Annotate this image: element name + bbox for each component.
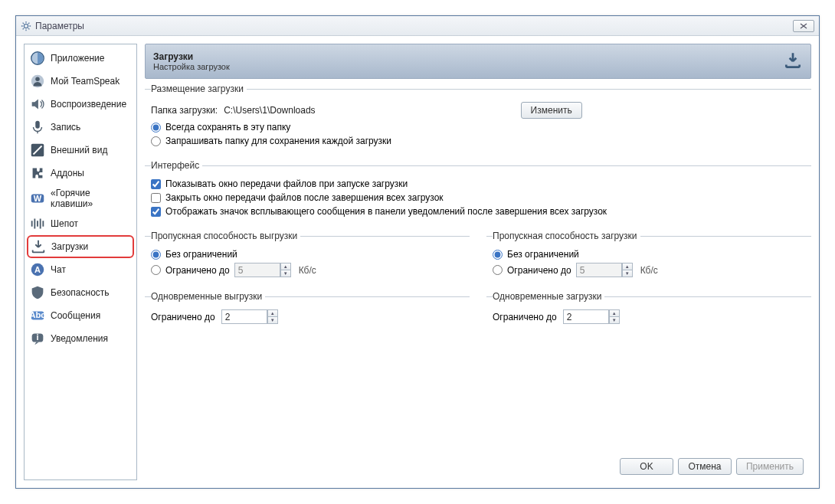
sidebar-item-label: «Горячие клавиши»: [51, 188, 132, 209]
download-location-group: Размещение загрузки Папка загрузки: C:\U…: [145, 83, 811, 157]
checkbox-close-transfer[interactable]: Закрыть окно передачи файлов после завер…: [151, 192, 805, 203]
radio-input[interactable]: [151, 250, 161, 260]
main-panel: Загрузки Настройка загрузок Размещение з…: [145, 44, 811, 480]
sidebar-item-label: Шепот: [51, 218, 78, 229]
spinner-buttons[interactable]: ▲▼: [280, 263, 291, 277]
apply-button[interactable]: Применить: [736, 458, 804, 475]
checkbox-label: Закрыть окно передачи файлов после завер…: [165, 192, 444, 203]
sidebar-item-label: Безопасность: [51, 287, 110, 298]
sidebar-item-notifications[interactable]: i Уведомления: [27, 327, 134, 350]
sidebar-item-addons[interactable]: Аддоны: [27, 162, 134, 185]
svg-point-3: [35, 77, 40, 82]
dialog-footer: OK Отмена Применить: [145, 453, 811, 480]
radio-input[interactable]: [151, 265, 161, 275]
group-legend: Интерфейс: [151, 160, 202, 171]
spinner-buttons[interactable]: ▲▼: [267, 309, 278, 324]
mic-icon: [29, 119, 46, 136]
checkbox-label: Отображать значок всплывающего сообщения…: [165, 206, 607, 217]
unit-label: Кб/с: [299, 265, 316, 276]
close-button[interactable]: [793, 20, 814, 32]
radio-always-save[interactable]: Всегда сохранять в эту папку: [151, 122, 805, 133]
panel-subtitle: Настройка загрузок: [153, 62, 783, 71]
sidebar-item-capture[interactable]: Запись: [27, 116, 134, 139]
panel-content: Размещение загрузки Папка загрузки: C:\U…: [145, 79, 811, 453]
simultaneous-uploads-group: Одновременные выгрузки Ограничено до 2 ▲…: [145, 291, 470, 335]
window-title: Параметры: [35, 21, 793, 31]
radio-input[interactable]: [493, 265, 503, 275]
sidebar-item-hotkeys[interactable]: W «Горячие клавиши»: [27, 185, 134, 212]
svg-point-0: [24, 24, 28, 28]
radio-download-limited[interactable]: Ограничено до 5 ▲▼ Кб/с: [493, 263, 805, 277]
checkbox-tray-notify[interactable]: Отображать значок всплывающего сообщения…: [151, 206, 805, 217]
checkbox-show-transfer[interactable]: Показывать окно передачи файлов при запу…: [151, 178, 805, 189]
radio-upload-unlimited[interactable]: Без ограничений: [151, 249, 463, 260]
sidebar-item-label: Аддоны: [51, 168, 84, 178]
radio-input[interactable]: [493, 250, 503, 260]
radio-input[interactable]: [151, 136, 161, 146]
upload-limit-input[interactable]: 5: [234, 263, 280, 277]
sidebar-item-label: Запись: [51, 122, 80, 133]
sidebar-item-messages[interactable]: Abc Сообщения: [27, 304, 134, 327]
group-legend: Одновременные загрузки: [493, 291, 604, 302]
download-icon: [30, 238, 47, 255]
radio-input[interactable]: [151, 123, 161, 133]
spin-down-icon[interactable]: ▼: [610, 317, 619, 323]
sidebar-item-application[interactable]: Приложение: [27, 47, 134, 70]
change-folder-button[interactable]: Изменить: [521, 102, 582, 119]
radio-ask-folder[interactable]: Запрашивать папку для сохранения каждой …: [151, 136, 805, 146]
spin-down-icon[interactable]: ▼: [281, 270, 290, 277]
sidebar-item-label: Воспроизведение: [51, 99, 126, 110]
radio-label: Ограничено до: [507, 265, 571, 276]
spinner-buttons[interactable]: ▲▼: [622, 263, 633, 277]
cancel-button[interactable]: Отмена: [678, 458, 732, 475]
shield-icon: [29, 284, 46, 301]
ok-button[interactable]: OK: [620, 458, 673, 475]
download-limit-input[interactable]: 5: [576, 263, 622, 277]
sidebar-item-label: Загрузки: [51, 241, 88, 252]
sidebar-item-whisper[interactable]: Шепот: [27, 212, 134, 235]
puzzle-icon: [29, 165, 46, 182]
sidebar-item-teamspeak[interactable]: Мой TeamSpeak: [27, 70, 134, 93]
window-body: Приложение Мой TeamSpeak Воспроизведение…: [16, 36, 819, 488]
sim-upload-input[interactable]: 2: [221, 309, 267, 324]
limit-label: Ограничено до: [151, 312, 215, 322]
sidebar-item-playback[interactable]: Воспроизведение: [27, 93, 134, 116]
sim-download-input[interactable]: 2: [563, 309, 609, 324]
checkbox-input[interactable]: [151, 179, 161, 189]
radio-label: Всегда сохранять в эту папку: [165, 122, 290, 133]
group-legend: Пропускная способность загрузки: [493, 231, 640, 241]
folder-label: Папка загрузки:: [151, 105, 218, 116]
spin-up-icon[interactable]: ▲: [623, 263, 632, 270]
group-legend: Размещение загрузки: [151, 83, 247, 94]
sidebar-item-label: Приложение: [51, 53, 104, 64]
radio-download-unlimited[interactable]: Без ограничений: [493, 249, 805, 260]
checkbox-label: Показывать окно передачи файлов при запу…: [165, 178, 408, 189]
user-icon: [29, 73, 46, 90]
settings-window: Параметры Приложение Мой TeamSpeak Воспр…: [15, 15, 820, 489]
group-legend: Пропускная способность выгрузки: [151, 231, 300, 241]
panel-header: Загрузки Настройка загрузок: [145, 44, 811, 79]
sidebar-item-chat[interactable]: A Чат: [27, 258, 134, 281]
sidebar-item-label: Мой TeamSpeak: [51, 76, 120, 87]
whisper-icon: [29, 215, 46, 232]
spin-down-icon[interactable]: ▼: [268, 317, 277, 323]
svg-rect-4: [35, 121, 40, 129]
svg-text:Abc: Abc: [30, 310, 46, 319]
spin-up-icon[interactable]: ▲: [268, 310, 277, 317]
spinner-buttons[interactable]: ▲▼: [609, 309, 620, 324]
spin-up-icon[interactable]: ▲: [610, 310, 619, 317]
checkbox-input[interactable]: [151, 207, 161, 217]
group-legend: Одновременные выгрузки: [151, 291, 265, 302]
sidebar-item-downloads[interactable]: Загрузки: [27, 235, 134, 258]
spin-up-icon[interactable]: ▲: [281, 263, 290, 270]
limit-label: Ограничено до: [493, 312, 557, 322]
panel-title: Загрузки: [153, 51, 783, 62]
info-icon: i: [29, 330, 46, 347]
radio-upload-limited[interactable]: Ограничено до 5 ▲▼ Кб/с: [151, 263, 463, 277]
spin-down-icon[interactable]: ▼: [623, 270, 632, 277]
checkbox-input[interactable]: [151, 193, 161, 203]
app-icon: [29, 50, 46, 67]
radio-label: Без ограничений: [507, 249, 579, 260]
sidebar-item-security[interactable]: Безопасность: [27, 281, 134, 304]
sidebar-item-design[interactable]: Внешний вид: [27, 139, 134, 162]
